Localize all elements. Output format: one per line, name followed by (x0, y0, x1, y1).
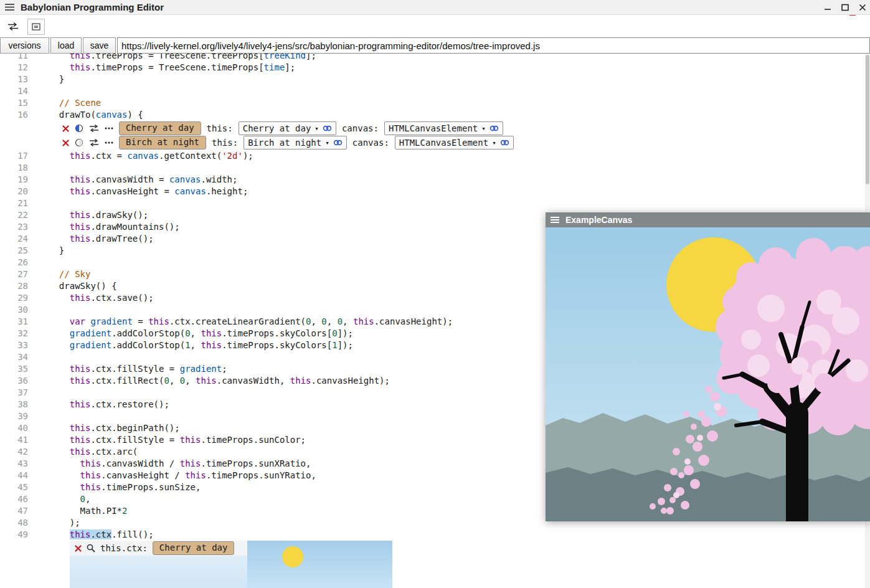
load-button[interactable]: load (50, 37, 82, 54)
canvas-arg-label: canvas: (352, 137, 389, 149)
probe-example-button[interactable]: Cherry at day (153, 541, 235, 555)
delete-example-icon[interactable] (62, 140, 69, 146)
line-number: 46 (0, 493, 28, 505)
maximize-icon[interactable] (841, 4, 849, 11)
example-toggle-icon[interactable] (75, 124, 83, 133)
code-text: this.ctx = canvas.getContext('2d'); (49, 150, 253, 162)
more-options-icon[interactable] (105, 127, 113, 130)
line-number: 12 (0, 62, 28, 74)
code-text: // Scene (49, 97, 101, 109)
close-icon[interactable] (859, 4, 866, 11)
swap-example-icon[interactable] (89, 125, 99, 132)
code-text: this.treeProps = TreeScene.treeProps[tre… (49, 54, 316, 62)
line-number: 22 (0, 209, 28, 221)
line-number: 18 (0, 162, 28, 174)
versions-button[interactable]: versions (0, 37, 49, 54)
example-name-button[interactable]: Cherry at day (119, 121, 201, 135)
delete-example-icon[interactable] (62, 125, 69, 132)
save-button[interactable]: save (83, 37, 116, 54)
example-row-cherry: Cherry at day this: Cherry at day ▾ canv… (62, 121, 865, 135)
window-titlebar: Babylonian Programming Editor (0, 0, 870, 15)
line-number: 36 (0, 375, 28, 387)
code-text: ); (49, 517, 80, 529)
line-number: 24 (0, 233, 28, 245)
line-number: 41 (0, 434, 28, 446)
code-lines-before: 11 this.treeProps = TreeScene.treeProps[… (0, 54, 865, 121)
code-text: this.drawSky(); (49, 209, 148, 221)
menu-icon[interactable] (551, 214, 559, 225)
probe-expression: this.ctx: (100, 543, 148, 554)
line-number: 34 (0, 351, 28, 363)
code-line: 20 this.canvasHeight = canvas.height; (0, 186, 865, 197)
this-arg-label: this: (207, 123, 233, 135)
line-number: 23 (0, 221, 28, 233)
code-text: this.ctx.save(); (49, 292, 154, 304)
dropdown-value: HTMLCanvasElement (399, 137, 488, 149)
canvas-value-dropdown[interactable]: HTMLCanvasElement ▾ (395, 136, 514, 149)
probe-canvas-preview (247, 541, 392, 588)
line-number: 13 (0, 74, 28, 85)
code-text: this.canvasWidth = canvas.width; (49, 174, 237, 186)
magnifier-icon[interactable] (87, 544, 95, 552)
canvas-value-dropdown[interactable]: HTMLCanvasElement ▾ (384, 121, 503, 135)
tree-scene-canvas (546, 227, 870, 521)
example-name-button[interactable]: Birch at night (119, 136, 206, 149)
scrollbar-thumb[interactable] (866, 55, 869, 184)
code-text: this.ctx.arc( (49, 446, 138, 458)
code-line: 19 this.canvasWidth = canvas.width; (0, 174, 865, 186)
code-text: this.canvasHeight / this.timeProps.sunYR… (49, 470, 316, 481)
code-text: gradient.addColorStop(1, this.timeProps.… (49, 339, 353, 351)
editor-toolbar (0, 16, 870, 37)
window-title: Babylonian Programming Editor (21, 2, 164, 12)
swap-icon[interactable] (5, 19, 21, 34)
line-number: 42 (0, 446, 28, 458)
code-line: 11 this.treeProps = TreeScene.treeProps[… (0, 54, 865, 62)
swap-example-icon[interactable] (89, 139, 99, 146)
code-line: 17 this.ctx = canvas.getContext('2d'); (0, 150, 865, 162)
example-canvas-titlebar[interactable]: ExampleCanvas (546, 212, 870, 227)
line-number: 16 (0, 109, 28, 121)
code-line: 14 (0, 85, 865, 97)
canvas-arg-label: canvas: (342, 123, 379, 135)
line-number: 30 (0, 304, 28, 316)
line-number: 17 (0, 150, 28, 162)
line-number: 35 (0, 363, 28, 375)
line-number: 47 (0, 505, 28, 517)
more-options-icon[interactable] (105, 141, 113, 144)
menu-icon[interactable] (5, 4, 14, 11)
line-number: 11 (0, 54, 28, 62)
line-number: 43 (0, 458, 28, 470)
this-value-dropdown[interactable]: Birch at night ▾ (244, 136, 347, 149)
this-value-dropdown[interactable]: Cherry at day ▾ (239, 121, 336, 135)
code-text: this.canvasHeight = canvas.height; (49, 186, 248, 197)
code-text: } (49, 245, 64, 257)
line-number: 19 (0, 174, 28, 186)
example-toggle-icon[interactable] (75, 138, 83, 147)
line-number: 25 (0, 245, 28, 257)
code-text: gradient.addColorStop(0, this.timeProps.… (49, 328, 353, 339)
line-number: 38 (0, 399, 28, 410)
code-text: this.ctx.fillStyle = this.timeProps.sunC… (49, 434, 306, 446)
line-number: 32 (0, 328, 28, 339)
line-number: 21 (0, 197, 28, 209)
sun-preview (282, 546, 303, 567)
minimize-icon[interactable] (824, 4, 831, 11)
url-input[interactable] (117, 37, 870, 54)
delete-probe-icon[interactable] (75, 545, 82, 552)
dropdown-value: HTMLCanvasElement (389, 123, 478, 135)
line-number: 31 (0, 316, 28, 328)
link-icon[interactable] (323, 125, 332, 132)
link-icon[interactable] (333, 139, 343, 146)
code-text: // Sky (49, 268, 90, 280)
line-number: 40 (0, 422, 28, 434)
code-text: 0, (49, 493, 90, 505)
code-text: this.timeProps.sunSize, (49, 481, 201, 493)
code-text: drawSky() { (49, 280, 117, 292)
line-number: 44 (0, 470, 28, 481)
line-number: 49 (0, 529, 28, 541)
link-icon[interactable] (489, 125, 499, 132)
code-text: drawTo(canvas) { (49, 109, 143, 121)
dropdown-value: Cherry at day (243, 123, 311, 135)
frame-icon[interactable] (27, 19, 45, 35)
link-icon[interactable] (500, 139, 509, 146)
